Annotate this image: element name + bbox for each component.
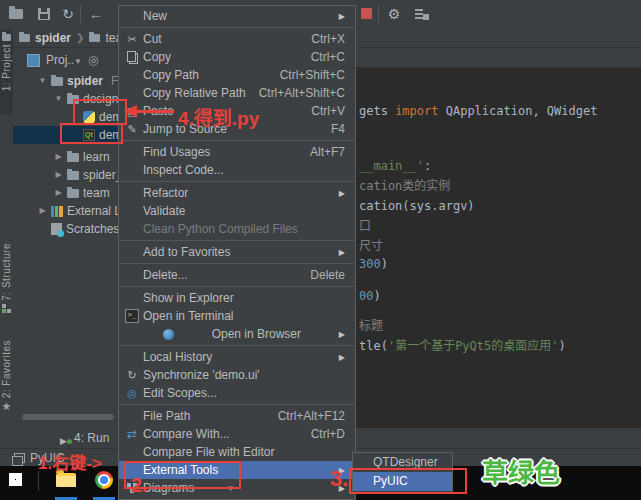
menu-item-clean-python-compiled-files[interactable]: Clean Python Compiled Files: [119, 220, 355, 238]
menu-item-copy-path[interactable]: Copy PathCtrl+Shift+C: [119, 66, 355, 84]
context-menu: New▶✂CutCtrl+XCopyCtrl+CCopy PathCtrl+Sh…: [118, 5, 356, 500]
menu-item-new[interactable]: New▶: [119, 7, 355, 25]
menu-item-paste[interactable]: ▤PasteCtrl+V: [119, 102, 355, 120]
compare-icon: ⇄: [125, 427, 139, 441]
folder-icon: [51, 77, 63, 86]
toolwindow-button-run[interactable]: ▶ 4: Run: [60, 431, 109, 445]
toolwindow-button-project[interactable]: 1: Project: [0, 30, 13, 114]
menu-item-shortcut: Delete: [310, 268, 345, 282]
menu-item-inspect-code[interactable]: Inspect Code...: [119, 161, 355, 179]
menu-item-external-tools[interactable]: External Tools▶: [119, 461, 355, 479]
menu-item-add-to-favorites[interactable]: Add to Favorites▶: [119, 243, 355, 261]
menu-item-label: Jump to Source: [143, 122, 227, 136]
menu-item-validate[interactable]: Validate: [119, 202, 355, 220]
code-line: 口: [359, 219, 371, 233]
structure-button-label: 7: Structure: [1, 243, 12, 301]
code-line: 300): [359, 257, 388, 271]
menu-item-label: Local History: [143, 350, 212, 364]
status-message[interactable]: PyUIC: [30, 451, 65, 465]
code-line: gets import QApplication, QWidget: [359, 104, 597, 118]
chevron-right-icon: ❯: [76, 32, 84, 43]
menu-item-shortcut: Alt+F7: [310, 145, 345, 159]
menu-item-diagrams[interactable]: Diagrams▼▶: [119, 479, 355, 497]
folder-icon: [67, 189, 79, 198]
menu-item-find-usages[interactable]: Find UsagesAlt+F7: [119, 143, 355, 161]
back-arrow-icon[interactable]: ←: [88, 6, 104, 22]
window-icon: [14, 453, 25, 463]
menu-item-label: Validate: [143, 204, 185, 218]
menu-item-label: Copy Relative Path: [143, 86, 246, 100]
menu-item-label: Compare With...: [143, 427, 230, 441]
pencil-icon: ✎: [125, 122, 139, 136]
menu-item-cut[interactable]: ✂CutCtrl+X: [119, 30, 355, 48]
project-panel-title[interactable]: Proj..▼: [46, 53, 82, 67]
blank-icon: [125, 68, 139, 82]
windows-start-icon[interactable]: [9, 473, 22, 486]
diagrams-icon: [125, 481, 139, 495]
settings-target-icon[interactable]: ◎: [88, 53, 98, 67]
chrome-icon[interactable]: [95, 471, 113, 489]
menu-item-local-history[interactable]: Local History▶: [119, 348, 355, 366]
blank-icon: [125, 222, 139, 236]
code-token: tle(: [359, 339, 388, 353]
code-editor[interactable]: gets import QApplication, QWidget__main_…: [356, 48, 641, 428]
favorites-button-label: 2: Favorites: [1, 340, 12, 398]
submenu-item-qtdesigner[interactable]: QTDesigner: [353, 453, 452, 472]
menu-item-copy[interactable]: CopyCtrl+C: [119, 48, 355, 66]
menu-item-shortcut: Ctrl+Alt+F12: [278, 409, 345, 423]
code-token: cation(sys.argv): [359, 199, 475, 213]
synchronize-icon[interactable]: ↻: [60, 6, 76, 22]
menu-item-compare-with[interactable]: ⇄Compare With...Ctrl+D: [119, 425, 355, 443]
folder-icon: [89, 34, 100, 42]
save-all-icon[interactable]: [36, 6, 52, 22]
menu-item-label: Diagrams: [143, 481, 194, 495]
submenu-arrow-icon: ▶: [339, 189, 345, 198]
menu-item-refactor[interactable]: Refactor▶: [119, 184, 355, 202]
menu-item-open-in-terminal[interactable]: >_Open in Terminal: [119, 307, 355, 325]
menu-item-jump-to-source[interactable]: ✎Jump to SourceF4: [119, 120, 355, 138]
menu-item-label: Inspect Code...: [143, 163, 224, 177]
menu-separator: [120, 27, 354, 28]
menu-item-label: Open in Browser: [212, 327, 301, 341]
submenu-arrow-icon: ▶: [339, 248, 345, 257]
code-token: 标题: [359, 319, 383, 333]
toolwindow-button-favorites[interactable]: 2: Favorites ★: [0, 340, 13, 424]
menu-item-file-path[interactable]: File PathCtrl+Alt+F12: [119, 407, 355, 425]
menu-item-open-in-browser[interactable]: Open in Browser▶: [119, 325, 355, 343]
stop-icon[interactable]: [358, 6, 374, 22]
code-token: 00: [359, 289, 373, 303]
wrench-icon[interactable]: ⚙: [386, 6, 402, 22]
menu-separator: [120, 263, 354, 264]
menu-item-label: Refactor: [143, 186, 188, 200]
code-line: 标题: [359, 319, 383, 333]
open-project-icon[interactable]: [9, 6, 25, 22]
menu-item-edit-scopes[interactable]: ◎Edit Scopes...: [119, 384, 355, 402]
code-line: cation类的实例: [359, 179, 450, 193]
scopes-icon: ◎: [125, 386, 139, 400]
editor-tab-bar: [356, 48, 641, 68]
blank-icon: [125, 445, 139, 459]
toolwindow-button-structure[interactable]: 7: Structure: [0, 243, 13, 331]
menu-item-show-in-explorer[interactable]: Show in Explorer: [119, 289, 355, 307]
external-tools-save-icon[interactable]: [414, 6, 430, 22]
folder-icon: [67, 171, 79, 180]
menu-item-label: Add to Favorites: [143, 245, 230, 259]
menu-item-shortcut: Ctrl+D: [311, 427, 345, 441]
breadcrumb-item-spider[interactable]: spider: [35, 31, 71, 45]
code-token: '第一个基于PyQt5的桌面应用': [388, 339, 559, 353]
menu-item-compare-file-with-editor[interactable]: Compare File with Editor: [119, 443, 355, 461]
submenu-item-pyuic[interactable]: PyUIC: [353, 472, 452, 491]
horizontal-scrollbar[interactable]: [22, 414, 114, 420]
menu-item-copy-relative-path[interactable]: Copy Relative PathCtrl+Alt+Shift+C: [119, 84, 355, 102]
submenu-arrow-icon: ▶: [339, 353, 345, 362]
menu-item-label: Open in Terminal: [143, 309, 234, 323]
menu-item-synchronize-demo-ui[interactable]: ↻Synchronize 'demo.ui': [119, 366, 355, 384]
menu-item-label: Delete...: [143, 268, 188, 282]
copy-icon: [125, 50, 139, 64]
file-explorer-icon[interactable]: [56, 473, 76, 487]
menu-item-delete[interactable]: Delete...Delete: [119, 266, 355, 284]
project-icon: [2, 34, 11, 41]
submenu-arrow-icon: ▶: [339, 12, 345, 21]
blank-icon: [125, 245, 139, 259]
code-line: 尺寸: [359, 239, 383, 253]
